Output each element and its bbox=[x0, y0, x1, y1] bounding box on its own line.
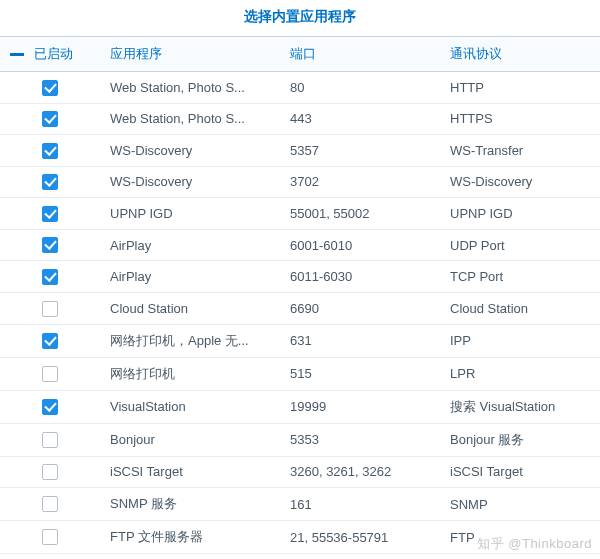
col-header-enabled-label: 已启动 bbox=[34, 46, 73, 61]
cell-port: 443 bbox=[280, 103, 440, 135]
cell-protocol: WS-Discovery bbox=[440, 166, 600, 198]
table-row[interactable]: WS-Discovery3702WS-Discovery bbox=[0, 166, 600, 198]
table-row[interactable]: 与 Mac 分享文件548AFP bbox=[0, 554, 600, 559]
table-row[interactable]: Cloud Station6690Cloud Station bbox=[0, 292, 600, 324]
table-row[interactable]: WS-Discovery5357WS-Transfer bbox=[0, 135, 600, 167]
table-header-row: 已启动 应用程序 端口 通讯协议 bbox=[0, 37, 600, 72]
enabled-checkbox[interactable] bbox=[42, 269, 58, 285]
cell-port: 5357 bbox=[280, 135, 440, 167]
enabled-checkbox[interactable] bbox=[42, 237, 58, 253]
cell-protocol: Bonjour 服务 bbox=[440, 423, 600, 456]
cell-protocol: AFP bbox=[440, 554, 600, 559]
cell-port: 515 bbox=[280, 357, 440, 390]
table-row[interactable]: VisualStation19999搜索 VisualStation bbox=[0, 390, 600, 423]
cell-enabled bbox=[0, 324, 100, 357]
enabled-checkbox[interactable] bbox=[42, 206, 58, 222]
cell-application: iSCSI Target bbox=[100, 456, 280, 488]
cell-port: 161 bbox=[280, 488, 440, 521]
table-row[interactable]: 网络打印机，Apple 无...631IPP bbox=[0, 324, 600, 357]
cell-port: 5353 bbox=[280, 423, 440, 456]
cell-enabled bbox=[0, 72, 100, 104]
table-row[interactable]: Web Station, Photo S...80HTTP bbox=[0, 72, 600, 104]
cell-protocol: FTP bbox=[440, 521, 600, 554]
cell-enabled bbox=[0, 390, 100, 423]
cell-application: Bonjour bbox=[100, 423, 280, 456]
enabled-checkbox[interactable] bbox=[42, 496, 58, 512]
cell-enabled bbox=[0, 198, 100, 230]
cell-enabled bbox=[0, 488, 100, 521]
cell-application: FTP 文件服务器 bbox=[100, 521, 280, 554]
cell-application: WS-Discovery bbox=[100, 166, 280, 198]
cell-port: 548 bbox=[280, 554, 440, 559]
col-header-port[interactable]: 端口 bbox=[280, 37, 440, 72]
cell-application: Web Station, Photo S... bbox=[100, 103, 280, 135]
enabled-checkbox[interactable] bbox=[42, 529, 58, 545]
cell-enabled bbox=[0, 554, 100, 559]
cell-enabled bbox=[0, 135, 100, 167]
cell-application: 网络打印机 bbox=[100, 357, 280, 390]
table-row[interactable]: 网络打印机515LPR bbox=[0, 357, 600, 390]
cell-protocol: TCP Port bbox=[440, 261, 600, 293]
table-row[interactable]: UPNP IGD55001, 55002UPNP IGD bbox=[0, 198, 600, 230]
table-row[interactable]: iSCSI Target3260, 3261, 3262iSCSI Target bbox=[0, 456, 600, 488]
table-row[interactable]: FTP 文件服务器21, 55536-55791FTP bbox=[0, 521, 600, 554]
enabled-checkbox[interactable] bbox=[42, 80, 58, 96]
cell-protocol: HTTPS bbox=[440, 103, 600, 135]
cell-port: 3702 bbox=[280, 166, 440, 198]
cell-port: 3260, 3261, 3262 bbox=[280, 456, 440, 488]
cell-enabled bbox=[0, 456, 100, 488]
cell-protocol: UDP Port bbox=[440, 229, 600, 261]
cell-protocol: LPR bbox=[440, 357, 600, 390]
table-row[interactable]: AirPlay6001-6010UDP Port bbox=[0, 229, 600, 261]
cell-port: 631 bbox=[280, 324, 440, 357]
cell-enabled bbox=[0, 292, 100, 324]
table-row[interactable]: SNMP 服务161SNMP bbox=[0, 488, 600, 521]
cell-application: 网络打印机，Apple 无... bbox=[100, 324, 280, 357]
cell-application: AirPlay bbox=[100, 229, 280, 261]
cell-protocol: 搜索 VisualStation bbox=[440, 390, 600, 423]
enabled-checkbox[interactable] bbox=[42, 366, 58, 382]
cell-application: UPNP IGD bbox=[100, 198, 280, 230]
table-row[interactable]: Bonjour5353Bonjour 服务 bbox=[0, 423, 600, 456]
cell-port: 19999 bbox=[280, 390, 440, 423]
enabled-checkbox[interactable] bbox=[42, 333, 58, 349]
applications-table: 已启动 应用程序 端口 通讯协议 Web Station, Photo S...… bbox=[0, 36, 600, 559]
col-header-app[interactable]: 应用程序 bbox=[100, 37, 280, 72]
cell-protocol: HTTP bbox=[440, 72, 600, 104]
cell-application: VisualStation bbox=[100, 390, 280, 423]
col-header-protocol[interactable]: 通讯协议 bbox=[440, 37, 600, 72]
cell-application: SNMP 服务 bbox=[100, 488, 280, 521]
cell-enabled bbox=[0, 357, 100, 390]
cell-enabled bbox=[0, 103, 100, 135]
cell-enabled bbox=[0, 423, 100, 456]
enabled-checkbox[interactable] bbox=[42, 399, 58, 415]
table-row[interactable]: Web Station, Photo S...443HTTPS bbox=[0, 103, 600, 135]
enabled-checkbox[interactable] bbox=[42, 432, 58, 448]
sort-indicator-icon bbox=[10, 53, 24, 56]
cell-port: 21, 55536-55791 bbox=[280, 521, 440, 554]
cell-enabled bbox=[0, 521, 100, 554]
enabled-checkbox[interactable] bbox=[42, 174, 58, 190]
cell-protocol: SNMP bbox=[440, 488, 600, 521]
cell-application: Web Station, Photo S... bbox=[100, 72, 280, 104]
cell-application: AirPlay bbox=[100, 261, 280, 293]
cell-port: 6690 bbox=[280, 292, 440, 324]
cell-port: 6001-6010 bbox=[280, 229, 440, 261]
enabled-checkbox[interactable] bbox=[42, 111, 58, 127]
cell-protocol: UPNP IGD bbox=[440, 198, 600, 230]
enabled-checkbox[interactable] bbox=[42, 301, 58, 317]
cell-enabled bbox=[0, 261, 100, 293]
cell-protocol: iSCSI Target bbox=[440, 456, 600, 488]
table-row[interactable]: AirPlay6011-6030TCP Port bbox=[0, 261, 600, 293]
cell-application: Cloud Station bbox=[100, 292, 280, 324]
cell-port: 6011-6030 bbox=[280, 261, 440, 293]
cell-protocol: WS-Transfer bbox=[440, 135, 600, 167]
cell-enabled bbox=[0, 229, 100, 261]
cell-protocol: IPP bbox=[440, 324, 600, 357]
dialog-title: 选择内置应用程序 bbox=[0, 0, 600, 36]
cell-application: 与 Mac 分享文件 bbox=[100, 554, 280, 559]
enabled-checkbox[interactable] bbox=[42, 143, 58, 159]
enabled-checkbox[interactable] bbox=[42, 464, 58, 480]
col-header-enabled[interactable]: 已启动 bbox=[0, 37, 100, 72]
cell-application: WS-Discovery bbox=[100, 135, 280, 167]
